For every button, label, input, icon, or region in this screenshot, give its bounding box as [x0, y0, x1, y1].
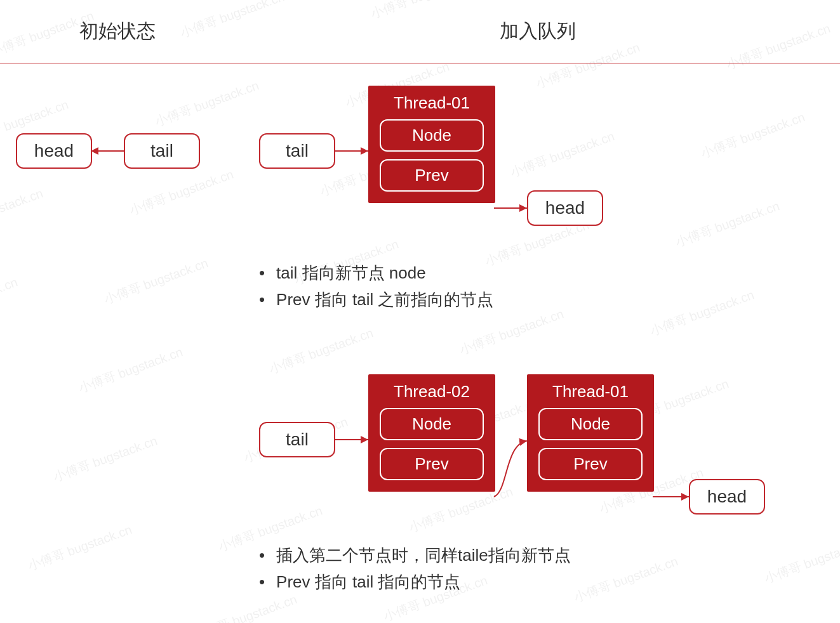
tail-box-initial: tail — [124, 133, 200, 169]
head-box-step2: head — [689, 479, 765, 515]
wm: 小傅哥 bugstack.cn — [648, 286, 757, 339]
prev-inner-step2b: Prev — [538, 448, 643, 480]
thread01-title-step2: Thread-01 — [538, 382, 643, 402]
tail-box-step1: tail — [259, 133, 335, 169]
node-inner-step2b: Node — [538, 408, 643, 440]
wm: 小傅哥 bugstack.cn — [191, 591, 300, 623]
wm: 小傅哥 bugstack.cn — [102, 254, 211, 308]
header-right-title: 加入队列 — [235, 18, 840, 44]
wm: 小傅哥 bugstack.cn — [0, 185, 46, 238]
wm: 小傅哥 bugstack.cn — [267, 324, 376, 377]
wm: 小傅哥 bugstack.cn — [0, 273, 20, 327]
wm: 小傅哥 bugstack.cn — [51, 432, 160, 485]
wm: 小傅哥 bugstack.cn — [572, 553, 681, 606]
wm: 小傅哥 bugstack.cn — [509, 128, 617, 181]
node-inner-step2a: Node — [380, 408, 484, 440]
bullet-item: Prev 指向 tail 指向的节点 — [259, 569, 571, 596]
prev-inner-step1: Prev — [380, 159, 484, 192]
prev-inner-step2a: Prev — [380, 448, 484, 480]
tail-box-step2: tail — [259, 422, 335, 457]
node-inner-step1: Node — [380, 119, 484, 152]
thread01-box-step2: Thread-01 Node Prev — [527, 374, 654, 492]
thread02-title: Thread-02 — [380, 382, 484, 402]
bullets-step2: 插入第二个节点时，同样taile指向新节点 Prev 指向 tail 指向的节点 — [259, 542, 571, 595]
arrow-prev-to-head-step2 — [648, 489, 695, 508]
wm: 小傅哥 bugstack.cn — [763, 534, 840, 587]
head-box-initial: head — [16, 133, 92, 169]
wm: 小傅哥 bugstack.cn — [26, 521, 135, 574]
header-left-title: 初始状态 — [0, 18, 235, 44]
head-box-step1: head — [527, 190, 603, 226]
wm: 小傅哥 bugstack.cn — [128, 166, 236, 219]
header-row: 初始状态 加入队列 — [0, 0, 840, 63]
bullets-step1: tail 指向新节点 node Prev 指向 tail 之前指向的节点 — [259, 260, 493, 313]
bullet-item: Prev 指向 tail 之前指向的节点 — [259, 287, 493, 313]
thread01-box-step1: Thread-01 Node Prev — [368, 86, 495, 203]
bullet-item: 插入第二个节点时，同样taile指向新节点 — [259, 542, 571, 569]
thread02-box-step2: Thread-02 Node Prev — [368, 374, 495, 492]
bullet-item: tail 指向新节点 node — [259, 260, 493, 287]
wm: 小傅哥 bugstack.cn — [153, 77, 262, 130]
wm: 小傅哥 bugstack.cn — [458, 305, 566, 358]
wm: 小傅哥 bugstack.cn — [77, 343, 185, 397]
wm: 小傅哥 bugstack.cn — [699, 108, 808, 162]
wm: 小傅哥 bugstack.cn — [674, 197, 782, 251]
thread01-title: Thread-01 — [380, 93, 484, 113]
